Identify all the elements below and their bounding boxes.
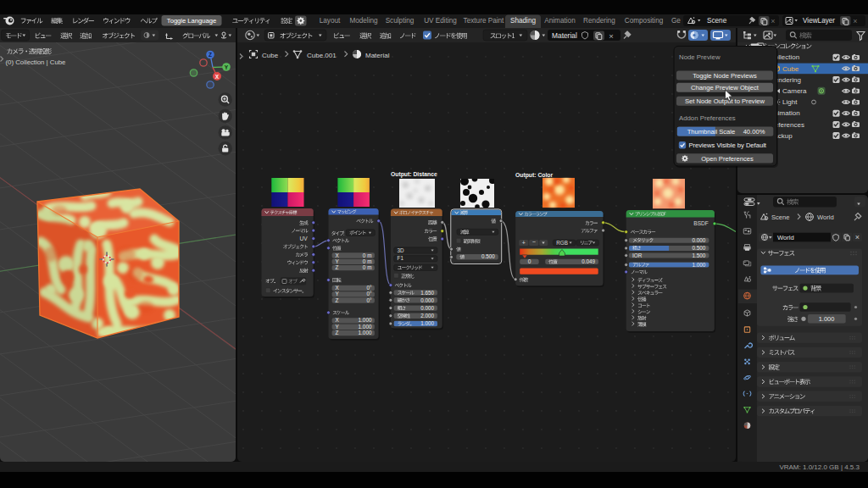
svg-text:Output: Distance: Output: Distance <box>391 171 437 178</box>
svg-text:0.500: 0.500 <box>692 245 705 251</box>
svg-text:Animation: Animation <box>544 17 576 25</box>
svg-text:RGB: RGB <box>556 240 568 246</box>
svg-text:0.500: 0.500 <box>481 253 495 259</box>
svg-text:2.000: 2.000 <box>420 313 434 319</box>
svg-text:×: × <box>855 233 860 241</box>
svg-text:0.000: 0.000 <box>420 297 434 303</box>
svg-text:1.000: 1.000 <box>420 320 434 326</box>
svg-text:1.000: 1.000 <box>359 317 372 323</box>
svg-text:×: × <box>853 17 857 25</box>
svg-text:0.049: 0.049 <box>581 258 595 264</box>
svg-text:Open Preferences: Open Preferences <box>701 155 754 163</box>
svg-text:Scene: Scene <box>771 214 790 221</box>
svg-text:1.650: 1.650 <box>420 290 434 296</box>
svg-text:3D: 3D <box>398 247 405 253</box>
svg-text:−: − <box>532 239 536 245</box>
svg-text:Camera: Camera <box>782 87 807 95</box>
svg-text:UV: UV <box>300 236 309 241</box>
svg-text:Y: Y <box>336 258 340 264</box>
svg-text:Previews Visible by Default: Previews Visible by Default <box>689 141 767 149</box>
svg-text:Output: Color: Output: Color <box>515 172 554 179</box>
svg-text:0°: 0° <box>366 285 372 291</box>
svg-text:Y: Y <box>225 64 229 70</box>
svg-text:ViewLayer: ViewLayer <box>803 17 835 25</box>
svg-text:Z: Z <box>336 330 339 336</box>
svg-text:Light: Light <box>782 98 798 106</box>
svg-text:World: World <box>817 214 834 221</box>
svg-text:Material: Material <box>552 31 577 40</box>
svg-text:0°: 0° <box>366 291 372 297</box>
svg-text:UV Editing: UV Editing <box>424 17 457 25</box>
svg-text:0 m: 0 m <box>363 252 372 258</box>
svg-text:0.000: 0.000 <box>420 305 434 311</box>
svg-text:Sculpting: Sculpting <box>386 17 415 25</box>
svg-text:X: X <box>336 252 340 258</box>
svg-text:×: × <box>609 31 614 41</box>
svg-text:0: 0 <box>528 258 531 264</box>
svg-text:1.000: 1.000 <box>692 262 705 268</box>
svg-text:0 m: 0 m <box>363 258 372 264</box>
svg-text:F1: F1 <box>398 255 404 261</box>
svg-text:IOR: IOR <box>632 252 643 258</box>
svg-text:Z: Z <box>209 52 212 58</box>
svg-text:Texture Paint: Texture Paint <box>464 17 505 25</box>
svg-text:1.000: 1.000 <box>359 324 372 330</box>
svg-text:Y: Y <box>336 291 340 297</box>
svg-text:0.000: 0.000 <box>692 237 705 243</box>
svg-text:0°: 0° <box>366 297 372 303</box>
svg-text:1.000: 1.000 <box>359 330 372 336</box>
svg-text:(0) Collection | Cube: (0) Collection | Cube <box>6 58 66 66</box>
svg-text:X: X <box>336 317 340 323</box>
svg-text:Z: Z <box>336 297 339 303</box>
svg-text:Cube: Cube <box>782 65 799 73</box>
svg-text:World: World <box>777 234 794 241</box>
svg-text:Node Preview: Node Preview <box>679 53 721 61</box>
svg-text:+: + <box>522 240 526 246</box>
svg-text:Cube: Cube <box>262 52 279 59</box>
svg-text:Layout: Layout <box>320 17 341 25</box>
svg-text:Addon Preferences: Addon Preferences <box>679 114 736 122</box>
svg-text:Material: Material <box>365 52 390 59</box>
svg-text:Modeling: Modeling <box>349 17 378 25</box>
svg-text:1.500: 1.500 <box>692 252 705 258</box>
svg-text:Y: Y <box>336 324 340 330</box>
svg-text:Shading: Shading <box>510 17 536 25</box>
svg-text:Toggle Language: Toggle Language <box>167 17 216 25</box>
svg-text:Compositing: Compositing <box>625 17 664 25</box>
svg-text:Thumbnail Scale: Thumbnail Scale <box>687 128 736 136</box>
svg-text:Z: Z <box>336 264 339 270</box>
svg-text:X: X <box>215 74 220 80</box>
svg-text:X: X <box>336 285 340 291</box>
svg-text:VRAM: 1.0/12.0 GB | 4.5.3: VRAM: 1.0/12.0 GB | 4.5.3 <box>779 463 860 471</box>
svg-text:×: × <box>771 17 775 25</box>
svg-text:1.000: 1.000 <box>819 315 835 323</box>
svg-text:Cube.001: Cube.001 <box>307 52 337 59</box>
svg-text:Rendering: Rendering <box>583 17 615 25</box>
svg-text:0 m: 0 m <box>363 264 372 270</box>
svg-text:BSDF: BSDF <box>693 220 709 226</box>
svg-text:40.00%: 40.00% <box>743 128 765 136</box>
svg-text:Ge: Ge <box>671 17 681 25</box>
svg-text:Toggle Node Previews: Toggle Node Previews <box>693 72 757 80</box>
svg-text:Scene: Scene <box>707 17 727 25</box>
